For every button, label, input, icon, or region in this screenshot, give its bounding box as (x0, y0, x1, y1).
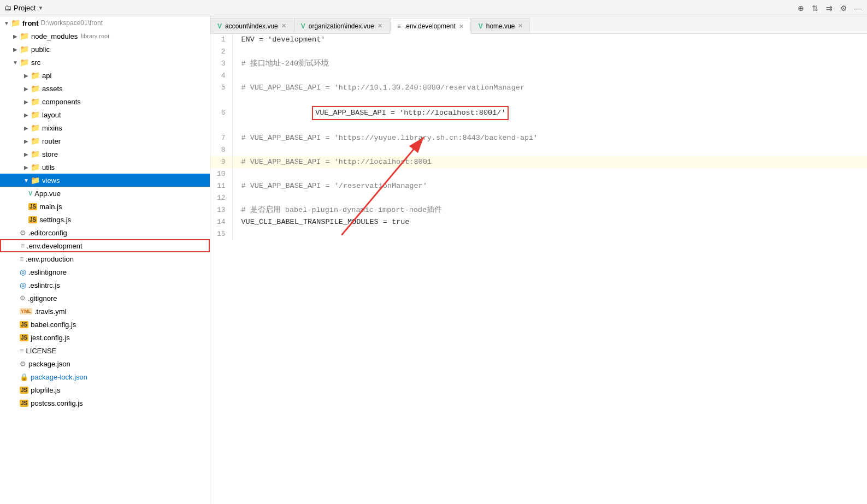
sidebar-item-store[interactable]: 📁 store (0, 147, 210, 161)
sidebar-item-postcss[interactable]: JS postcss.config.js (0, 396, 210, 410)
chevron-down-icon[interactable]: ▼ (38, 5, 43, 11)
line-code-12 (232, 192, 867, 204)
library-root-badge: library root (81, 33, 109, 39)
line-code-2 (232, 46, 867, 58)
close-tab-home[interactable]: ✕ (518, 22, 523, 29)
sidebar-item-api[interactable]: 📁 api (0, 69, 210, 82)
sidebar-item-package-json[interactable]: ⚙ package.json (0, 357, 210, 370)
code-editor[interactable]: 1 ENV = 'development' 2 3 # 接口地址-240测试环境 (210, 34, 867, 504)
sidebar-item-license[interactable]: ≡ LICENSE (0, 344, 210, 357)
arrow-layout (22, 112, 31, 118)
sidebar-item-plopfile[interactable]: JS plopfile.js (0, 383, 210, 396)
line-code-6: VUE_APP_BASE_API = 'http://localhost:800… (232, 94, 867, 132)
sidebar-item-mixins[interactable]: 📁 mixins (0, 121, 210, 134)
project-label[interactable]: 🗂 Project ▼ (4, 4, 43, 12)
vue-icon-app: V (28, 190, 32, 197)
git-icon: ⚙ (20, 294, 26, 302)
sidebar-item-main-js[interactable]: JS main.js (0, 200, 210, 213)
sort-icon[interactable]: ⇅ (810, 3, 820, 13)
line-code-4 (232, 70, 867, 82)
line-num-11: 11 (210, 180, 232, 192)
mixins-label: mixins (42, 124, 62, 132)
sidebar-item-src[interactable]: 📁 src (0, 56, 210, 69)
yml-icon-travis: YML (20, 308, 32, 315)
txt-icon-license: ≡ (20, 347, 24, 355)
folder-icon-router: 📁 (31, 137, 40, 145)
line-num-5: 5 (210, 82, 232, 94)
line-code-14: VUE_CLI_BABEL_TRANSPILE_MODULES = true (232, 216, 867, 228)
sidebar-item-env-production[interactable]: ≡ .env.production (0, 252, 210, 265)
line-11: 11 # VUE_APP_BASE_API = '/reservationMan… (210, 180, 867, 192)
tab-label-org: organization\index.vue (309, 22, 374, 30)
minimize-icon[interactable]: — (853, 3, 863, 13)
sidebar-item-assets[interactable]: 📁 assets (0, 82, 210, 95)
arrow-api (22, 73, 31, 79)
lock-icon-package: 🔒 (20, 373, 28, 381)
sidebar-item-root[interactable]: 📁 front D:\workspace01\front (0, 16, 210, 29)
sidebar-item-eslintrc[interactable]: ◎ .eslintrc.js (0, 278, 210, 292)
sidebar-item-utils[interactable]: 📁 utils (0, 161, 210, 174)
root-path: D:\workspace01\front (41, 19, 103, 27)
sidebar-item-router[interactable]: 📁 router (0, 134, 210, 147)
settings-icon[interactable]: ⚙ (839, 3, 848, 13)
views-label: views (42, 176, 60, 185)
line-num-14: 14 (210, 216, 232, 228)
gear-icon-editor: ⚙ (20, 229, 26, 237)
sidebar-item-package-lock[interactable]: 🔒 package-lock.json (0, 370, 210, 383)
arrow-src (11, 60, 20, 66)
sidebar-item-components[interactable]: 📁 components (0, 95, 210, 108)
sidebar-item-gitignore[interactable]: ⚙ .gitignore (0, 292, 210, 305)
line-9: 9 # VUE_APP_BASE_API = 'http://localhost… (210, 156, 867, 168)
tab-organization-index[interactable]: V organization\index.vue ✕ (294, 18, 390, 33)
line-12: 12 (210, 192, 867, 204)
sidebar-item-travis-yml[interactable]: YML .travis.yml (0, 305, 210, 318)
node-modules-label: node_modules (31, 32, 78, 40)
sidebar-item-layout[interactable]: 📁 layout (0, 108, 210, 121)
env-development-label: .env.development (27, 242, 82, 250)
jest-config-label: jest.config.js (31, 334, 70, 342)
line-num-8: 8 (210, 144, 232, 156)
folder-icon-layout: 📁 (31, 110, 40, 119)
api-label: api (42, 72, 51, 80)
sidebar-item-public[interactable]: 📁 public (0, 43, 210, 56)
close-tab-org[interactable]: ✕ (378, 22, 382, 29)
tab-bar: V account\index.vue ✕ V organization\ind… (210, 16, 867, 34)
line-5: 5 # VUE_APP_BASE_API = 'http://10.1.30.2… (210, 82, 867, 94)
locate-icon[interactable]: ⊕ (796, 3, 806, 13)
line-num-4: 4 (210, 70, 232, 82)
env-icon-dev: ≡ (21, 242, 25, 250)
line-code-5: # VUE_APP_BASE_API = 'http://10.1.30.240… (232, 82, 867, 94)
line-14: 14 VUE_CLI_BABEL_TRANSPILE_MODULES = tru… (210, 216, 867, 228)
editor-area: 1 ENV = 'development' 2 3 # 接口地址-240测试环境 (210, 34, 867, 504)
line-code-13: # 是否启用 babel-plugin-dynamic-import-node插… (232, 204, 867, 216)
sidebar-item-settings-js[interactable]: JS settings.js (0, 213, 210, 226)
close-tab-env[interactable]: ✕ (459, 23, 464, 30)
tab-env-development[interactable]: ≡ .env.development ✕ (390, 19, 471, 34)
sidebar-item-app-vue[interactable]: V App.vue (0, 187, 210, 200)
assets-label: assets (42, 85, 63, 93)
utils-label: utils (42, 163, 55, 171)
line-8: 8 (210, 144, 867, 156)
app-vue-label: App.vue (34, 189, 61, 198)
tab-home-vue[interactable]: V home.vue ✕ (471, 18, 530, 33)
vue-icon-tab-account: V (217, 22, 222, 30)
js-icon-jest: JS (20, 334, 28, 341)
folder-icon-src: 📁 (20, 58, 29, 67)
sidebar-item-eslintignore[interactable]: ◎ .eslintignore (0, 265, 210, 278)
eslintignore-label: .eslintignore (28, 268, 67, 276)
arrow-utils (22, 164, 31, 170)
sidebar-item-env-development[interactable]: ≡ .env.development (0, 239, 210, 252)
tab-account-index[interactable]: V account\index.vue ✕ (210, 18, 293, 33)
line-10: 10 (210, 168, 867, 180)
tab-label-home: home.vue (486, 22, 515, 30)
arrow-root (2, 20, 11, 26)
sidebar-item-editorconfig[interactable]: ⚙ .editorconfig (0, 226, 210, 239)
sidebar-item-node-modules[interactable]: 📁 node_modules library root (0, 29, 210, 43)
sidebar-item-jest-config[interactable]: JS jest.config.js (0, 331, 210, 344)
line-num-1: 1 (210, 34, 232, 46)
components-label: components (42, 98, 81, 106)
sidebar-item-babel-config[interactable]: JS babel.config.js (0, 318, 210, 331)
close-tab-account[interactable]: ✕ (281, 22, 286, 29)
collapse-icon[interactable]: ⇉ (824, 3, 834, 13)
sidebar-item-views[interactable]: 📁 views (0, 174, 210, 187)
